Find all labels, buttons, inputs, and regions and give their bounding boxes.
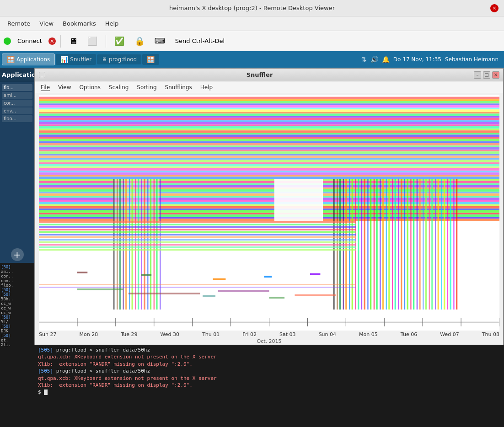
svg-rect-107 [423, 179, 424, 310]
time-label-tue29: Tue 29 [121, 331, 137, 337]
taskbar-snuffler[interactable]: 📊 Snuffler [56, 54, 96, 65]
seismic-chart [39, 95, 499, 331]
terminal-line: Xlib: extension "RANDR" missing on displ… [38, 361, 500, 368]
vm-icon: ✅ [114, 36, 124, 46]
svg-rect-5 [39, 105, 499, 108]
svg-rect-97 [392, 179, 393, 310]
sidebar: Applications flo... ami... cor... env...… [0, 68, 34, 427]
snuffler-close-button[interactable]: × [492, 71, 499, 79]
sidebar-item[interactable]: flo... [2, 84, 32, 91]
vm-button[interactable]: ✅ [111, 34, 128, 48]
taskbar-right-area: ⇅ 🔊 🔔 Do 17 Nov, 11:35 Sebastian Heimann [361, 56, 502, 63]
terminal-line: [505] prog:flood > snuffler data/50hz [38, 368, 500, 374]
taskbar-flood[interactable]: 🖥 prog:flood [97, 54, 141, 64]
terminal-line: qt.qpa.xcb: XKeyboard extension not pres… [38, 353, 500, 360]
keyboard-button[interactable]: ⌨ [151, 35, 169, 47]
add-icon[interactable]: + [11, 248, 24, 261]
sidebar-item[interactable]: cor... [2, 100, 32, 107]
svg-rect-44 [39, 187, 499, 189]
svg-rect-117 [453, 179, 454, 310]
terminal-line: 50h.. [1, 297, 33, 301]
svg-rect-93 [380, 179, 381, 310]
taskbar: 🪟 Applications 📊 Snuffler 🖥 prog:flood 🪟… [0, 51, 504, 68]
sidebar-items: flo... ami... cor... env... floo... [0, 82, 34, 246]
svg-rect-36 [39, 171, 499, 173]
window-title: heimann's X desktop (prog:2) - Remote De… [169, 5, 335, 11]
svg-rect-132 [141, 274, 151, 276]
svg-rect-92 [376, 179, 377, 310]
lock-icon: 🔒 [134, 36, 145, 46]
svg-rect-128 [39, 244, 356, 246]
taskbar-window[interactable]: 🪟 [142, 54, 159, 65]
screenshot-button[interactable]: 🖥 [65, 34, 81, 48]
cursor [44, 390, 48, 395]
terminal: [505] prog:flood > snuffler data/50hz qt… [34, 345, 504, 427]
sidebar-add-button[interactable]: + [0, 246, 34, 263]
terminal-line: $ [38, 389, 500, 395]
svg-rect-134 [264, 276, 272, 278]
svg-rect-87 [361, 179, 362, 310]
time-label-mon05: Mon 05 [359, 331, 378, 337]
terminal-line: [50] [1, 292, 33, 297]
svg-rect-116 [450, 179, 451, 310]
chart-area [39, 95, 499, 331]
svg-rect-125 [39, 236, 356, 238]
close-button[interactable]: × [490, 4, 499, 12]
svg-rect-142 [269, 297, 285, 299]
svg-rect-88 [364, 179, 365, 310]
snuffler-menu-snufflings[interactable]: Snufflings [161, 83, 196, 92]
svg-rect-119 [39, 221, 356, 223]
snuffler-menu-scaling[interactable]: Scaling [105, 83, 132, 92]
snuffler-maximize-button[interactable]: □ [483, 71, 490, 79]
svg-rect-143 [295, 294, 336, 296]
svg-rect-43 [39, 185, 499, 188]
snuffler-minimize-button[interactable]: – [474, 71, 481, 79]
svg-rect-114 [444, 179, 445, 310]
menu-view[interactable]: View [36, 18, 57, 29]
sidebar-item[interactable]: ami... [2, 92, 32, 99]
taskbar-applications[interactable]: 🪟 Applications [2, 53, 55, 65]
svg-rect-7 [39, 109, 499, 112]
snuffler-menu-options[interactable]: Options [76, 83, 104, 92]
svg-rect-51 [39, 202, 499, 205]
lock-button[interactable]: 🔒 [131, 34, 148, 48]
time-label-wed30: Wed 30 [161, 331, 179, 337]
svg-rect-48 [39, 196, 499, 198]
snuffler-menu-sorting[interactable]: Sorting [133, 83, 160, 92]
fullscreen-button[interactable]: ⬜ [84, 34, 101, 48]
svg-rect-16 [39, 129, 499, 131]
svg-rect-90 [370, 179, 371, 310]
snuffler-wbtns-left: _ [39, 72, 45, 78]
svg-rect-54 [39, 208, 499, 210]
snuffler-titlebar: _ Snuffler – □ × [35, 69, 503, 81]
snuffler-menubar: File View Options Scaling Sorting Snuffl… [35, 81, 503, 93]
svg-rect-89 [367, 179, 368, 310]
menu-help[interactable]: Help [102, 18, 123, 29]
menu-bookmarks[interactable]: Bookmarks [59, 18, 100, 29]
svg-rect-140 [203, 295, 215, 297]
menu-remote[interactable]: Remote [4, 18, 34, 29]
svg-rect-30 [39, 158, 499, 160]
svg-rect-10 [39, 116, 499, 118]
terminal-line: DJK [1, 329, 33, 333]
time-label-wed07: Wed 07 [440, 331, 459, 337]
svg-rect-86 [358, 179, 359, 310]
fullscreen-icon: ⬜ [87, 36, 97, 46]
svg-rect-59 [39, 219, 499, 221]
snuffler-menu-file[interactable]: File [37, 83, 54, 92]
sidebar-item[interactable]: env... [2, 107, 32, 114]
time-label-sun04: Sun 04 [319, 331, 336, 337]
connect-button[interactable]: Connect [14, 36, 46, 46]
minimize-button[interactable]: _ [39, 72, 45, 78]
svg-rect-96 [388, 179, 390, 310]
sidebar-item[interactable]: floo... [2, 115, 32, 122]
snuffler-menu-view[interactable]: View [54, 83, 75, 92]
svg-rect-141 [218, 290, 269, 292]
svg-rect-138 [77, 288, 123, 290]
send-ctrl-alt-del-label: Send Ctrl-Alt-Del [175, 37, 225, 44]
send-ctrl-alt-del-button[interactable]: Send Ctrl-Alt-Del [172, 36, 228, 46]
snuffler-menu-help[interactable]: Help [197, 83, 216, 92]
disconnect-button[interactable] [48, 37, 56, 45]
desktop: Applications flo... ami... cor... env...… [0, 68, 504, 427]
svg-rect-29 [39, 155, 499, 158]
